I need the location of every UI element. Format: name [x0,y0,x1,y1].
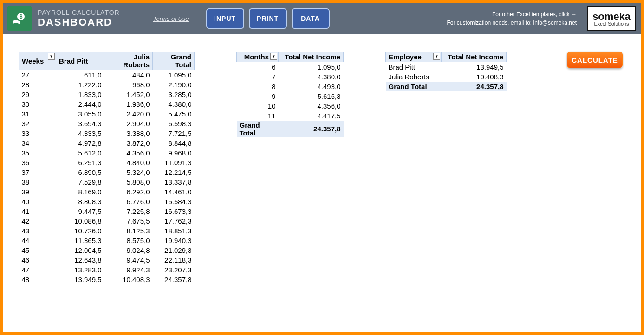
month-cell: 7 [237,72,279,82]
promo-text: For other Excel templates, click → For c… [447,10,577,27]
gt-cell: 11.091,3 [153,158,195,168]
gt-cell: 3.285,0 [153,90,195,99]
grandtotal-header[interactable]: Grand Total [153,52,195,70]
week-cell: 35 [19,148,56,158]
table-row: 74.380,0 [237,72,344,82]
table-row: 84.493,0 [237,82,344,91]
julia-cell: 2.420,0 [104,109,153,119]
calculate-button[interactable]: CALCULATE [567,52,623,68]
gt-cell: 1.095,0 [153,70,195,80]
total-label: Grand Total [237,121,279,137]
julia-cell: 9.474,5 [104,255,153,265]
julia-cell: 10.408,3 [104,275,153,284]
table-row: 313.055,02.420,05.475,0 [19,109,195,119]
month-cell: 8 [237,82,279,91]
week-cell: 36 [19,158,56,168]
table-row: Brad Pitt13.949,5 [386,62,507,72]
input-button[interactable]: INPUT [206,8,244,29]
brad-cell: 1.222,0 [56,80,104,90]
table-row: 355.612,04.356,09.968,0 [19,148,195,158]
app-subtitle: DASHBOARD [38,16,120,28]
grand-total-row: Grand Total24.357,8 [237,121,344,137]
table-row: 419.447,57.225,816.673,3 [19,206,195,216]
weeks-table: Weeks ▼ Brad Pitt Julia Roberts Grand To… [19,52,195,284]
brad-cell: 6.251,3 [56,158,104,168]
brad-cell: 7.529,8 [56,177,104,187]
gt-cell: 21.029,3 [153,245,195,255]
brad-header[interactable]: Brad Pitt [56,52,104,70]
gt-cell: 13.337,8 [153,177,195,187]
filter-icon[interactable]: ▼ [433,53,440,60]
brad-cell: 5.612,0 [56,148,104,158]
brad-cell: 1.833,0 [56,90,104,99]
gt-cell: 7.721,5 [153,129,195,138]
julia-cell: 6.292,0 [104,187,153,197]
brad-cell: 12.004,5 [56,245,104,255]
employee-table: Employee ▼ Total Net Income Brad Pitt13.… [385,52,507,91]
week-cell: 29 [19,90,56,99]
julia-header[interactable]: Julia Roberts [104,52,153,70]
table-row: 4612.643,89.474,522.118,3 [19,255,195,265]
table-row: 291.833,01.452,03.285,0 [19,90,195,99]
table-row: 4512.004,59.024,821.029,3 [19,245,195,255]
gt-cell: 8.844,8 [153,138,195,148]
julia-cell: 5.808,0 [104,177,153,187]
filter-icon[interactable]: ▼ [270,53,277,60]
table-row: 302.444,01.936,04.380,0 [19,99,195,109]
employee-column: Employee ▼ Total Net Income Brad Pitt13.… [385,52,507,284]
value-cell: 13.949,5 [442,62,507,72]
brad-cell: 13.949,5 [56,275,104,284]
julia-cell: 5.324,0 [104,168,153,177]
terms-link[interactable]: Terms of Use [153,15,189,22]
gt-cell: 2.190,0 [153,80,195,90]
total-value: 24.357,8 [279,121,344,137]
month-cell: 9 [237,91,279,101]
table-row: 323.694,32.904,06.598,3 [19,119,195,129]
tni-header[interactable]: Total Net Income [279,52,344,62]
table-row: 398.169,06.292,014.461,0 [19,187,195,197]
gt-cell: 5.475,0 [153,109,195,119]
week-cell: 46 [19,255,56,265]
value-cell: 5.616,3 [279,91,344,101]
gt-cell: 24.357,8 [153,275,195,284]
week-cell: 40 [19,197,56,206]
gt-cell: 17.762,3 [153,216,195,226]
julia-cell: 6.776,0 [104,197,153,206]
week-cell: 44 [19,236,56,245]
table-row: 4310.726,08.125,318.851,3 [19,226,195,236]
table-row: 4713.283,09.924,323.207,3 [19,265,195,275]
week-cell: 43 [19,226,56,236]
brand-tagline: Excel Solutions [594,21,629,26]
data-button[interactable]: DATA [292,8,330,29]
brad-cell: 8.169,0 [56,187,104,197]
brand-logo: someka Excel Solutions [587,6,636,31]
gt-cell: 6.598,3 [153,119,195,129]
brad-cell: 11.365,3 [56,236,104,245]
employee-header[interactable]: Employee ▼ [386,52,442,62]
employee-cell: Julia Roberts [386,72,442,82]
gt-cell: 19.940,3 [153,236,195,245]
week-cell: 34 [19,138,56,148]
brad-cell: 3.694,3 [56,119,104,129]
month-cell: 11 [237,111,279,121]
week-cell: 28 [19,80,56,90]
table-row: 61.095,0 [237,62,344,72]
table-row: 27611,0484,01.095,0 [19,70,195,80]
print-button[interactable]: PRINT [249,8,287,29]
weeks-header[interactable]: Weeks ▼ [19,52,56,70]
julia-cell: 968,0 [104,80,153,90]
brad-cell: 3.055,0 [56,109,104,119]
table-row: 4813.949,510.408,324.357,8 [19,275,195,284]
app-title: PAYROLL CALCULATOR [38,9,120,16]
emp-tni-header[interactable]: Total Net Income [442,52,507,62]
value-cell: 10.408,3 [442,72,507,82]
week-cell: 42 [19,216,56,226]
week-cell: 38 [19,177,56,187]
months-header[interactable]: Months ▼ [237,52,279,62]
filter-icon[interactable]: ▼ [48,53,55,60]
week-cell: 47 [19,265,56,275]
promo-line1: For other Excel templates, click → [447,10,577,19]
value-cell: 4.380,0 [279,72,344,82]
brad-cell: 10.726,0 [56,226,104,236]
table-row: 114.417,5 [237,111,344,121]
